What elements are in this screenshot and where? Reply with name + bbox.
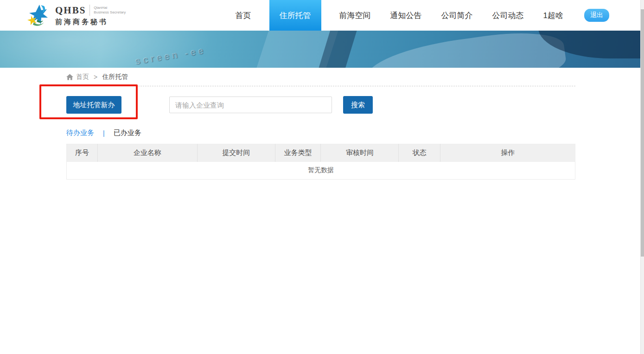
tab-separator: | bbox=[103, 129, 105, 137]
business-tabs: 待办业务 | 已办业务 bbox=[66, 129, 141, 137]
logo-cn-name: 前海商务秘书 bbox=[55, 18, 126, 26]
new-address-hosting-button[interactable]: 地址托管新办 bbox=[66, 96, 121, 114]
table-body: 暂无数据 bbox=[67, 162, 575, 180]
empty-row: 暂无数据 bbox=[67, 162, 575, 180]
tab-completed-business[interactable]: 已办业务 bbox=[114, 129, 141, 137]
breadcrumb-home-link[interactable]: 首页 bbox=[76, 73, 89, 81]
breadcrumb: 首页 > 住所托管 bbox=[66, 73, 128, 81]
tab-pending-business[interactable]: 待办业务 bbox=[66, 129, 94, 137]
logo-mark-icon bbox=[26, 4, 50, 27]
home-icon bbox=[66, 74, 73, 80]
nav-item-username[interactable]: 1超啥 bbox=[534, 0, 573, 31]
banner-image: screen -ee bbox=[0, 31, 640, 68]
table-header-row: 序号 企业名称 提交时间 业务类型 审核时间 状态 操作 bbox=[67, 144, 575, 162]
banner-hand-shape bbox=[363, 31, 568, 68]
nav-item-company-news[interactable]: 公司动态 bbox=[483, 0, 534, 31]
nav-item-company-intro[interactable]: 公司简介 bbox=[432, 0, 483, 31]
empty-state-text: 暂无数据 bbox=[67, 162, 575, 180]
column-actions: 操作 bbox=[440, 144, 575, 162]
column-status: 状态 bbox=[399, 144, 440, 162]
column-submit-time: 提交时间 bbox=[197, 144, 275, 162]
nav-item-qianhai-space[interactable]: 前海空间 bbox=[330, 0, 381, 31]
logo-tagline: QianHai Business Secretary bbox=[94, 6, 126, 15]
top-header: QHBS QianHai Business Secretary 前海商务秘书 首… bbox=[0, 0, 640, 31]
nav-item-residence-hosting[interactable]: 住所托管 bbox=[269, 0, 321, 31]
nav-item-home[interactable]: 首页 bbox=[226, 0, 261, 31]
logo[interactable]: QHBS QianHai Business Secretary 前海商务秘书 bbox=[26, 4, 126, 27]
scrollbar-thumb[interactable] bbox=[641, 9, 644, 257]
column-serial-number: 序号 bbox=[67, 144, 98, 162]
breadcrumb-current: 住所托管 bbox=[102, 73, 128, 81]
page: QHBS QianHai Business Secretary 前海商务秘书 首… bbox=[0, 0, 644, 354]
column-review-time: 审核时间 bbox=[321, 144, 399, 162]
table-header: 序号 企业名称 提交时间 业务类型 审核时间 状态 操作 bbox=[67, 144, 575, 162]
vertical-scrollbar[interactable] bbox=[640, 0, 644, 354]
logo-abbr: QHBS bbox=[55, 5, 86, 16]
enterprise-search-input[interactable] bbox=[169, 97, 332, 113]
logo-text: QHBS QianHai Business Secretary 前海商务秘书 bbox=[55, 5, 126, 26]
column-enterprise-name: 企业名称 bbox=[97, 144, 197, 162]
nav-item-notices[interactable]: 通知公告 bbox=[381, 0, 432, 31]
dashed-divider bbox=[66, 86, 575, 86]
business-table: 序号 企业名称 提交时间 业务类型 审核时间 状态 操作 暂无数据 bbox=[66, 144, 575, 180]
logout-button[interactable]: 退出 bbox=[584, 9, 609, 22]
main-nav: 首页 住所托管 前海空间 通知公告 公司简介 公司动态 1超啥 bbox=[226, 0, 573, 31]
breadcrumb-separator: > bbox=[94, 73, 97, 81]
search-button[interactable]: 搜索 bbox=[343, 96, 373, 114]
logo-divider bbox=[89, 5, 90, 16]
column-business-type: 业务类型 bbox=[275, 144, 321, 162]
